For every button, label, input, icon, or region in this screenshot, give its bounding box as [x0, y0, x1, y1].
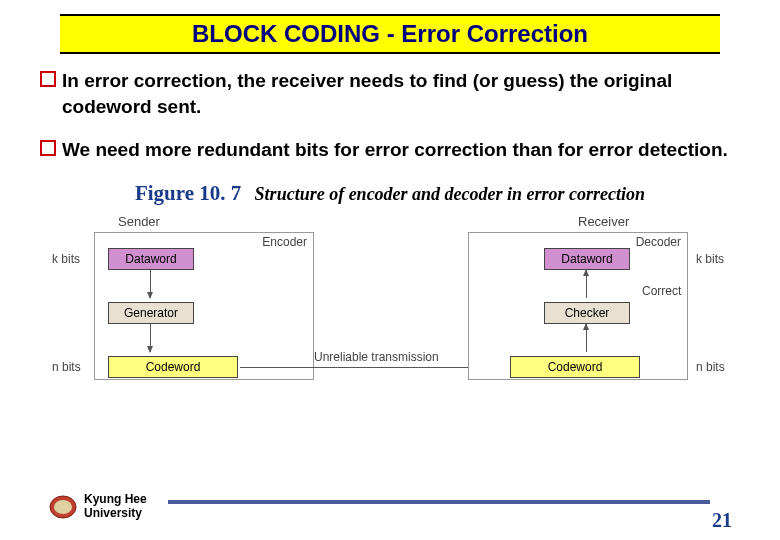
checker-box: Checker [544, 302, 630, 324]
codeword-box-sender: Codeword [108, 356, 238, 378]
sender-label: Sender [118, 214, 160, 229]
list-item: We need more redundant bits for error co… [40, 137, 740, 163]
uni-line1: Kyung Hee [84, 492, 147, 506]
arrow-icon [150, 324, 151, 352]
page-number: 21 [712, 509, 732, 532]
bullet-list: In error correction, the receiver needs … [40, 68, 740, 163]
dataword-box-sender: Dataword [108, 248, 194, 270]
bullet-icon [40, 140, 56, 156]
footer: Kyung Hee University 21 [48, 490, 740, 530]
diagram: Sender Encoder k bits Dataword Generator… [48, 214, 732, 404]
uni-line2: University [84, 506, 142, 520]
bullet-icon [40, 71, 56, 87]
generator-box: Generator [108, 302, 194, 324]
page-title: BLOCK CODING - Error Correction [60, 20, 720, 48]
decoder-label: Decoder [636, 235, 681, 249]
nbits-label-left: n bits [52, 360, 81, 374]
footer-divider [168, 500, 710, 504]
codeword-box-receiver: Codeword [510, 356, 640, 378]
bullet-text: We need more redundant bits for error co… [62, 137, 728, 163]
svg-point-1 [54, 500, 72, 514]
university-name: Kyung Hee University [84, 492, 147, 521]
receiver-label: Receiver [578, 214, 629, 229]
arrow-icon [586, 270, 587, 298]
figure-description: Structure of encoder and decoder in erro… [255, 184, 646, 204]
nbits-label-right: n bits [696, 360, 725, 374]
university-logo-icon [48, 494, 78, 520]
list-item: In error correction, the receiver needs … [40, 68, 740, 119]
figure-number: Figure 10. 7 [135, 181, 241, 205]
encoder-label: Encoder [262, 235, 307, 249]
kbits-label-right: k bits [696, 252, 724, 266]
correct-label: Correct [642, 284, 681, 298]
bullet-text: In error correction, the receiver needs … [62, 68, 740, 119]
dataword-box-receiver: Dataword [544, 248, 630, 270]
arrow-icon [150, 270, 151, 298]
title-bar: BLOCK CODING - Error Correction [60, 14, 720, 54]
unreliable-label: Unreliable transmission [314, 350, 439, 364]
kbits-label-left: k bits [52, 252, 80, 266]
arrow-icon [586, 324, 587, 352]
figure-caption: Figure 10. 7 Structure of encoder and de… [60, 181, 720, 206]
